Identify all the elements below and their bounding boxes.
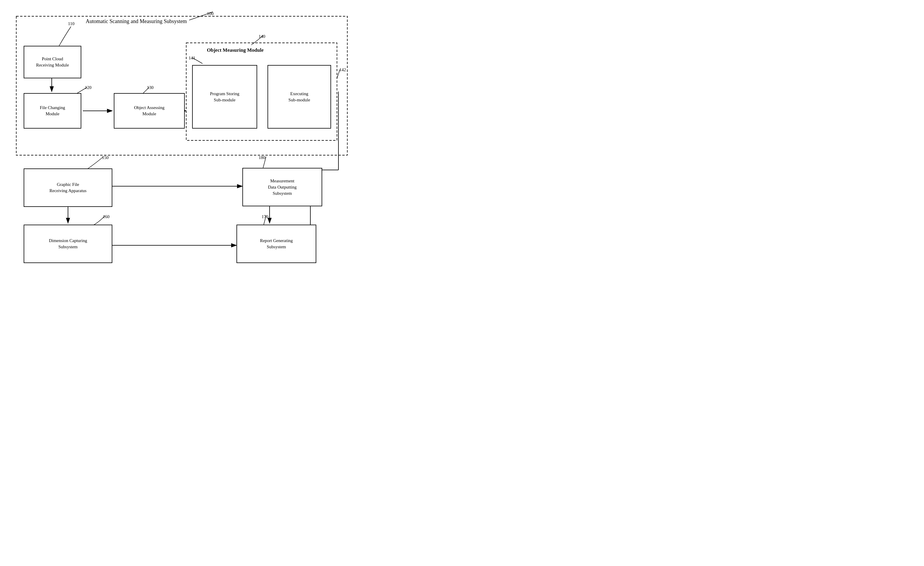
label-180: 180 bbox=[259, 155, 266, 160]
label-160: 160 bbox=[103, 214, 110, 219]
label-110: 110 bbox=[68, 21, 75, 26]
main-subsystem-label: Automatic Scanning and Measuring Subsyst… bbox=[86, 18, 187, 24]
object-measuring-title: Object Measuring Module bbox=[207, 47, 264, 53]
report-generating-label: Report GeneratingSubsystem bbox=[260, 238, 292, 250]
dimension-capturing-box: Dimension CapturingSubsystem bbox=[24, 225, 112, 263]
label-142: 142 bbox=[339, 68, 346, 72]
measurement-data-label: MeasurementData OutputtingSubsystem bbox=[268, 178, 297, 197]
point-cloud-label: Point CloudReceiving Module bbox=[36, 56, 69, 68]
label-140: 140 bbox=[259, 34, 266, 39]
label-100: 100 bbox=[207, 11, 214, 16]
program-storing-box: Program StoringSub-module bbox=[192, 65, 257, 129]
point-cloud-box: Point CloudReceiving Module bbox=[24, 46, 81, 78]
measurement-data-box: MeasurementData OutputtingSubsystem bbox=[242, 168, 322, 206]
label-130: 130 bbox=[147, 85, 154, 90]
executing-label: ExecutingSub-module bbox=[288, 91, 310, 103]
file-changing-label: File ChangingModule bbox=[40, 105, 65, 117]
executing-box: ExecutingSub-module bbox=[267, 65, 331, 129]
label-141: 141 bbox=[189, 56, 195, 61]
report-generating-box: Report GeneratingSubsystem bbox=[237, 225, 316, 263]
object-assessing-box: Object AssessingModule bbox=[114, 93, 185, 129]
label-170: 170 bbox=[262, 214, 268, 219]
dimension-capturing-label: Dimension CapturingSubsystem bbox=[49, 238, 87, 250]
graphic-file-label: Graphic FileReceiving Apparatus bbox=[50, 182, 86, 194]
diagram-container: Automatic Scanning and Measuring Subsyst… bbox=[0, 0, 462, 283]
label-120: 120 bbox=[85, 85, 92, 90]
program-storing-label: Program StoringSub-module bbox=[210, 91, 239, 103]
object-assessing-label: Object AssessingModule bbox=[134, 105, 165, 117]
graphic-file-box: Graphic FileReceiving Apparatus bbox=[24, 168, 112, 207]
file-changing-box: File ChangingModule bbox=[24, 93, 81, 129]
label-150: 150 bbox=[102, 155, 109, 160]
